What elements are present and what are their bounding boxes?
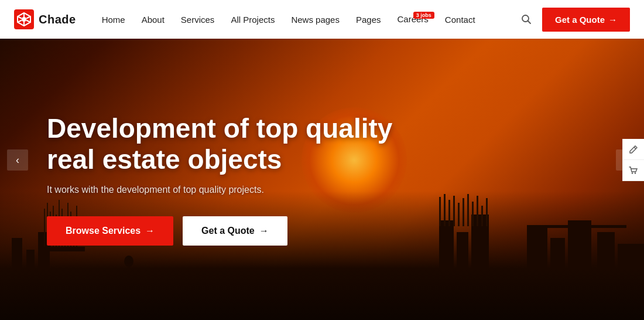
- carousel-prev-button[interactable]: ‹: [7, 149, 28, 171]
- nav-right: Get a Quote →: [518, 8, 630, 32]
- nav-item-all-projects[interactable]: All Projects: [224, 10, 282, 29]
- cart-icon-button[interactable]: [623, 160, 644, 181]
- logo-icon: [14, 9, 34, 29]
- browse-services-button[interactable]: Browse Services →: [47, 216, 173, 246]
- svg-point-50: [632, 172, 633, 173]
- get-quote-arrow: →: [608, 15, 617, 25]
- search-icon: [521, 14, 532, 25]
- hero-section: Chade Home About Services All Projects N…: [0, 0, 644, 320]
- hero-content: Development of top quality real estate o…: [0, 39, 644, 320]
- careers-badge: 3 jobs: [413, 12, 434, 19]
- browse-services-label: Browse Services: [66, 226, 141, 236]
- svg-point-40: [22, 17, 26, 22]
- prev-arrow-icon: ‹: [16, 154, 19, 166]
- svg-line-48: [527, 21, 530, 24]
- nav-item-services[interactable]: Services: [174, 10, 222, 29]
- logo-text: Chade: [39, 13, 76, 26]
- nav-item-home[interactable]: Home: [95, 10, 132, 29]
- hero-title: Development of top quality real estate o…: [47, 113, 422, 175]
- nav-item-about[interactable]: About: [135, 10, 172, 29]
- svg-line-49: [634, 147, 636, 149]
- side-icons-panel: [622, 139, 644, 181]
- navbar: Chade Home About Services All Projects N…: [0, 0, 644, 39]
- hero-subtitle: It works with the development of top qua…: [47, 185, 328, 195]
- hero-buttons: Browse Services → Get a Quote →: [47, 216, 597, 246]
- pencil-icon: [629, 145, 638, 154]
- get-quote-label: Get a Quote: [555, 15, 605, 25]
- pencil-icon-button[interactable]: [623, 139, 644, 160]
- hero-get-quote-button[interactable]: Get a Quote →: [183, 216, 287, 246]
- browse-arrow: →: [145, 226, 155, 236]
- svg-point-51: [635, 172, 636, 173]
- cart-icon: [629, 166, 638, 175]
- nav-item-news-pages[interactable]: News pages: [284, 10, 347, 29]
- nav-item-careers-wrapper: Careers 3 jobs: [390, 14, 436, 25]
- hero-get-quote-arrow: →: [259, 226, 269, 236]
- logo[interactable]: Chade: [14, 9, 76, 29]
- nav-item-contact[interactable]: Contact: [438, 10, 482, 29]
- get-quote-button[interactable]: Get a Quote →: [542, 8, 630, 32]
- hero-get-quote-label: Get a Quote: [201, 226, 255, 236]
- search-button[interactable]: [518, 11, 535, 28]
- nav-links: Home About Services All Projects News pa…: [95, 10, 518, 29]
- nav-item-pages[interactable]: Pages: [349, 10, 388, 29]
